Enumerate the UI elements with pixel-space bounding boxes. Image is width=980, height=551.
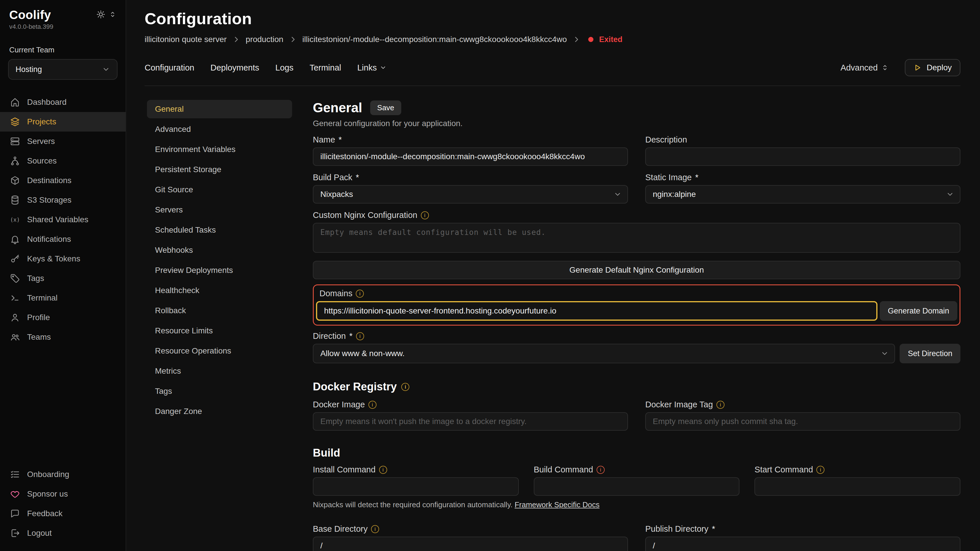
sidebar-item-onboarding[interactable]: Onboarding xyxy=(0,465,126,484)
subnav-item-general[interactable]: General xyxy=(147,100,292,118)
subnav-item-metrics[interactable]: Metrics xyxy=(147,362,292,380)
sidebar-item-label: Keys & Tokens xyxy=(27,254,80,264)
info-icon[interactable] xyxy=(356,290,364,298)
publish-directory-label: Publish Directory xyxy=(645,524,708,534)
tag-icon xyxy=(10,273,20,284)
subnav-item-rollback[interactable]: Rollback xyxy=(147,302,292,320)
docker-image-tag-input[interactable] xyxy=(645,412,961,431)
info-icon[interactable] xyxy=(379,466,387,474)
info-icon[interactable] xyxy=(368,401,377,409)
deploy-button[interactable]: Deploy xyxy=(905,59,961,76)
info-icon[interactable] xyxy=(816,466,824,474)
tab-configuration[interactable]: Configuration xyxy=(145,63,194,73)
sidebar-item-label: S3 Storages xyxy=(27,195,72,205)
info-icon[interactable] xyxy=(371,525,379,533)
settings-subnav: General Advanced Environment Variables P… xyxy=(147,100,292,551)
breadcrumb-environment[interactable]: production xyxy=(246,35,283,44)
sidebar-item-shared-variables[interactable]: (x) Shared Variables xyxy=(0,210,126,229)
brand-logo: Coolify xyxy=(9,8,51,22)
set-direction-button[interactable]: Set Direction xyxy=(900,344,961,363)
domains-group: Domains Generate Domain xyxy=(313,284,961,326)
subnav-item-healthcheck[interactable]: Healthcheck xyxy=(147,281,292,300)
sidebar-item-label: Dashboard xyxy=(27,98,67,107)
start-command-input[interactable] xyxy=(754,477,961,496)
subnav-item-preview-deployments[interactable]: Preview Deployments xyxy=(147,261,292,279)
subnav-item-webhooks[interactable]: Webhooks xyxy=(147,241,292,259)
subnav-item-advanced[interactable]: Advanced xyxy=(147,120,292,138)
sidebar-item-teams[interactable]: Teams xyxy=(0,327,126,347)
tab-deployments[interactable]: Deployments xyxy=(211,63,259,73)
subnav-item-danger-zone[interactable]: Danger Zone xyxy=(147,402,292,421)
sidebar-item-keys-tokens[interactable]: Keys & Tokens xyxy=(0,249,126,268)
static-image-select[interactable]: nginx:alpine xyxy=(645,185,961,203)
description-label: Description xyxy=(645,135,687,144)
sidebar-item-feedback[interactable]: Feedback xyxy=(0,504,126,523)
theme-toggle-sun-icon[interactable] xyxy=(96,10,105,19)
install-command-input[interactable] xyxy=(313,477,519,496)
sidebar-item-notifications[interactable]: Notifications xyxy=(0,229,126,249)
tab-logs[interactable]: Logs xyxy=(275,63,294,73)
database-icon xyxy=(10,195,20,205)
sidebar-item-sponsor[interactable]: Sponsor us xyxy=(0,484,126,504)
bell-icon xyxy=(10,234,20,245)
field-direction: Direction * Allow www & non-www. Set Dir… xyxy=(313,331,961,363)
section-title-general: General xyxy=(313,100,362,116)
custom-nginx-label: Custom Nginx Configuration xyxy=(313,210,417,220)
advanced-toggle[interactable]: Advanced xyxy=(841,63,889,73)
chevrons-up-down-icon[interactable] xyxy=(109,11,116,18)
sidebar-item-s3-storages[interactable]: S3 Storages xyxy=(0,190,126,210)
generate-domain-button[interactable]: Generate Domain xyxy=(880,301,957,321)
sidebar-item-projects[interactable]: Projects xyxy=(0,112,126,132)
subnav-item-tags[interactable]: Tags xyxy=(147,382,292,400)
subnav-item-scheduled-tasks[interactable]: Scheduled Tasks xyxy=(147,221,292,239)
breadcrumb-project[interactable]: illicitonion quote server xyxy=(145,35,227,44)
sidebar-item-profile[interactable]: Profile xyxy=(0,308,126,327)
name-input[interactable] xyxy=(313,148,628,166)
sidebar-item-logout[interactable]: Logout xyxy=(0,523,126,543)
build-title: Build xyxy=(313,447,340,459)
breadcrumb-application[interactable]: illicitestonion/-module--decomposition:m… xyxy=(302,35,567,44)
sidebar-item-destinations[interactable]: Destinations xyxy=(0,171,126,190)
subnav-item-persistent-storage[interactable]: Persistent Storage xyxy=(147,160,292,179)
required-marker: * xyxy=(349,331,352,341)
subnav-item-resource-limits[interactable]: Resource Limits xyxy=(147,322,292,340)
generate-nginx-button[interactable]: Generate Default Nginx Configuration xyxy=(313,261,961,279)
layers-icon xyxy=(10,117,20,127)
info-icon[interactable] xyxy=(597,466,605,474)
base-directory-input[interactable] xyxy=(313,537,628,551)
docker-image-input[interactable] xyxy=(313,412,628,431)
sidebar-item-sources[interactable]: Sources xyxy=(0,151,126,171)
sidebar-item-label: Onboarding xyxy=(27,470,69,479)
build-command-input[interactable] xyxy=(534,477,740,496)
subnav-item-git-source[interactable]: Git Source xyxy=(147,181,292,199)
base-directory-label: Base Directory xyxy=(313,524,368,534)
description-input[interactable] xyxy=(645,148,961,166)
custom-nginx-textarea[interactable] xyxy=(313,223,961,253)
sidebar-item-tags[interactable]: Tags xyxy=(0,268,126,288)
framework-docs-link[interactable]: Framework Specific Docs xyxy=(514,500,600,509)
user-icon xyxy=(10,312,20,323)
info-icon[interactable] xyxy=(716,401,724,409)
domains-input[interactable] xyxy=(316,301,877,321)
save-button[interactable]: Save xyxy=(370,100,401,115)
status-dot xyxy=(588,37,593,42)
tab-terminal[interactable]: Terminal xyxy=(310,63,341,73)
publish-directory-input[interactable] xyxy=(645,537,961,551)
required-marker: * xyxy=(712,524,715,534)
tab-links[interactable]: Links xyxy=(357,63,387,73)
sidebar-item-servers[interactable]: Servers xyxy=(0,132,126,151)
subnav-item-resource-operations[interactable]: Resource Operations xyxy=(147,342,292,360)
info-icon[interactable] xyxy=(421,211,429,219)
subnav-item-servers[interactable]: Servers xyxy=(147,201,292,219)
info-icon[interactable] xyxy=(356,332,364,340)
sidebar-item-terminal[interactable]: Terminal xyxy=(0,288,126,308)
sidebar-item-dashboard[interactable]: Dashboard xyxy=(0,92,126,112)
subnav-item-environment-variables[interactable]: Environment Variables xyxy=(147,140,292,159)
direction-select[interactable]: Allow www & non-www. xyxy=(313,344,895,363)
info-icon[interactable] xyxy=(401,383,409,391)
field-install-command: Install Command xyxy=(313,459,519,496)
team-select[interactable]: Hosting xyxy=(8,59,118,80)
build-pack-select[interactable]: Nixpacks xyxy=(313,185,628,203)
required-marker: * xyxy=(339,135,342,144)
chevron-down-icon xyxy=(881,349,889,357)
